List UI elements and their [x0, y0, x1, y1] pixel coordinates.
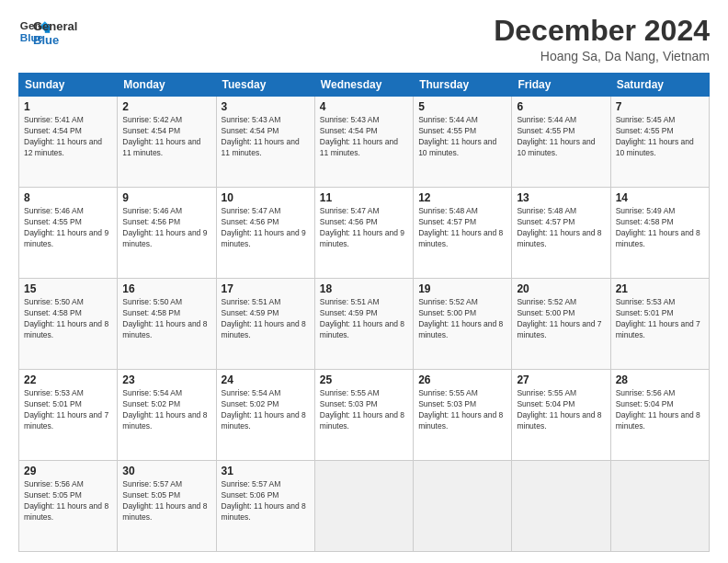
day-info: Sunrise: 5:55 AMSunset: 5:03 PMDaylight:…	[418, 388, 503, 431]
day-info: Sunrise: 5:57 AMSunset: 5:05 PMDaylight:…	[122, 479, 207, 522]
table-row	[314, 461, 413, 552]
day-number: 22	[24, 373, 112, 386]
day-number: 3	[222, 100, 310, 113]
day-info: Sunrise: 5:51 AMSunset: 4:59 PMDaylight:…	[222, 297, 306, 339]
day-number: 23	[122, 373, 210, 386]
table-row: 9Sunrise: 5:46 AMSunset: 4:56 PMDaylight…	[118, 188, 216, 279]
day-number: 28	[616, 373, 704, 386]
table-row: 26Sunrise: 5:55 AMSunset: 5:03 PMDayligh…	[414, 370, 512, 461]
table-row: 22Sunrise: 5:53 AMSunset: 5:01 PMDayligh…	[19, 370, 118, 461]
calendar-subtitle: Hoang Sa, Da Nang, Vietnam	[494, 49, 710, 63]
table-row: 7Sunrise: 5:45 AMSunset: 4:55 PMDaylight…	[610, 97, 709, 188]
day-info: Sunrise: 5:47 AMSunset: 4:56 PMDaylight:…	[320, 206, 404, 248]
table-row: 23Sunrise: 5:54 AMSunset: 5:02 PMDayligh…	[118, 370, 216, 461]
day-number: 30	[122, 465, 210, 477]
header-wednesday: Wednesday	[314, 74, 413, 97]
day-info: Sunrise: 5:56 AMSunset: 5:04 PMDaylight:…	[616, 388, 700, 431]
day-number: 27	[517, 373, 605, 386]
day-number: 19	[418, 282, 506, 295]
day-info: Sunrise: 5:48 AMSunset: 4:57 PMDaylight:…	[517, 206, 601, 248]
day-info: Sunrise: 5:44 AMSunset: 4:55 PMDaylight:…	[517, 115, 595, 157]
day-info: Sunrise: 5:46 AMSunset: 4:56 PMDaylight:…	[122, 206, 207, 248]
table-row: 5Sunrise: 5:44 AMSunset: 4:55 PMDaylight…	[414, 97, 512, 188]
table-row: 15Sunrise: 5:50 AMSunset: 4:58 PMDayligh…	[19, 279, 118, 370]
table-row: 14Sunrise: 5:49 AMSunset: 4:58 PMDayligh…	[610, 188, 709, 279]
day-number: 18	[320, 282, 408, 295]
day-header-row: Sunday Monday Tuesday Wednesday Thursday…	[19, 74, 710, 97]
header-tuesday: Tuesday	[216, 74, 314, 97]
calendar-table: Sunday Monday Tuesday Wednesday Thursday…	[18, 73, 710, 552]
logo-line1: General	[33, 19, 77, 33]
day-info: Sunrise: 5:53 AMSunset: 5:01 PMDaylight:…	[24, 388, 108, 431]
day-number: 11	[320, 191, 408, 204]
day-number: 1	[24, 100, 112, 113]
day-number: 29	[24, 465, 112, 477]
day-info: Sunrise: 5:53 AMSunset: 5:01 PMDaylight:…	[616, 297, 700, 339]
day-number: 12	[418, 191, 506, 204]
table-row: 29Sunrise: 5:56 AMSunset: 5:05 PMDayligh…	[19, 461, 118, 552]
day-info: Sunrise: 5:56 AMSunset: 5:05 PMDaylight:…	[24, 479, 108, 522]
day-info: Sunrise: 5:55 AMSunset: 5:04 PMDaylight:…	[517, 388, 601, 431]
day-number: 13	[517, 191, 605, 204]
day-number: 25	[320, 373, 408, 386]
day-number: 6	[517, 100, 605, 113]
table-row: 2Sunrise: 5:42 AMSunset: 4:54 PMDaylight…	[118, 97, 216, 188]
table-row: 8Sunrise: 5:46 AMSunset: 4:55 PMDaylight…	[19, 188, 118, 279]
logo-line2: Blue	[33, 33, 77, 47]
table-row: 19Sunrise: 5:52 AMSunset: 5:00 PMDayligh…	[414, 279, 512, 370]
day-info: Sunrise: 5:42 AMSunset: 4:54 PMDaylight:…	[122, 115, 200, 157]
day-number: 10	[222, 191, 310, 204]
day-info: Sunrise: 5:41 AMSunset: 4:54 PMDaylight:…	[24, 115, 102, 157]
day-info: Sunrise: 5:57 AMSunset: 5:06 PMDaylight:…	[222, 479, 306, 522]
day-info: Sunrise: 5:44 AMSunset: 4:55 PMDaylight:…	[418, 115, 496, 157]
table-row: 21Sunrise: 5:53 AMSunset: 5:01 PMDayligh…	[610, 279, 709, 370]
day-number: 31	[222, 465, 310, 477]
day-info: Sunrise: 5:55 AMSunset: 5:03 PMDaylight:…	[320, 388, 404, 431]
calendar-title: December 2024	[494, 15, 710, 47]
day-number: 24	[222, 373, 310, 386]
day-info: Sunrise: 5:50 AMSunset: 4:58 PMDaylight:…	[122, 297, 207, 339]
table-row	[512, 461, 610, 552]
day-number: 8	[24, 191, 112, 204]
day-number: 14	[616, 191, 704, 204]
day-number: 4	[320, 100, 408, 113]
table-row: 10Sunrise: 5:47 AMSunset: 4:56 PMDayligh…	[216, 188, 314, 279]
table-row: 30Sunrise: 5:57 AMSunset: 5:05 PMDayligh…	[118, 461, 216, 552]
table-row: 28Sunrise: 5:56 AMSunset: 5:04 PMDayligh…	[610, 370, 709, 461]
day-info: Sunrise: 5:46 AMSunset: 4:55 PMDaylight:…	[24, 206, 108, 248]
table-row: 11Sunrise: 5:47 AMSunset: 4:56 PMDayligh…	[314, 188, 413, 279]
header-sunday: Sunday	[19, 74, 118, 97]
day-number: 2	[122, 100, 210, 113]
table-row	[610, 461, 709, 552]
day-number: 26	[418, 373, 506, 386]
title-block: December 2024 Hoang Sa, Da Nang, Vietnam	[494, 15, 710, 63]
day-info: Sunrise: 5:47 AMSunset: 4:56 PMDaylight:…	[222, 206, 306, 248]
table-row: 13Sunrise: 5:48 AMSunset: 4:57 PMDayligh…	[512, 188, 610, 279]
table-row: 3Sunrise: 5:43 AMSunset: 4:54 PMDaylight…	[216, 97, 314, 188]
table-row: 6Sunrise: 5:44 AMSunset: 4:55 PMDaylight…	[512, 97, 610, 188]
table-row: 16Sunrise: 5:50 AMSunset: 4:58 PMDayligh…	[118, 279, 216, 370]
day-info: Sunrise: 5:52 AMSunset: 5:00 PMDaylight:…	[418, 297, 503, 339]
day-number: 9	[122, 191, 210, 204]
calendar-page: General Blue General Blue December 2024 …	[0, 0, 728, 563]
day-number: 20	[517, 282, 605, 295]
table-row: 12Sunrise: 5:48 AMSunset: 4:57 PMDayligh…	[414, 188, 512, 279]
day-info: Sunrise: 5:54 AMSunset: 5:02 PMDaylight:…	[122, 388, 207, 431]
header-saturday: Saturday	[610, 74, 709, 97]
day-info: Sunrise: 5:54 AMSunset: 5:02 PMDaylight:…	[222, 388, 306, 431]
day-info: Sunrise: 5:49 AMSunset: 4:58 PMDaylight:…	[616, 206, 700, 248]
day-info: Sunrise: 5:45 AMSunset: 4:55 PMDaylight:…	[616, 115, 694, 157]
table-row: 17Sunrise: 5:51 AMSunset: 4:59 PMDayligh…	[216, 279, 314, 370]
table-row: 24Sunrise: 5:54 AMSunset: 5:02 PMDayligh…	[216, 370, 314, 461]
day-number: 16	[122, 282, 210, 295]
table-row: 25Sunrise: 5:55 AMSunset: 5:03 PMDayligh…	[314, 370, 413, 461]
table-row: 18Sunrise: 5:51 AMSunset: 4:59 PMDayligh…	[314, 279, 413, 370]
day-number: 5	[418, 100, 506, 113]
day-number: 15	[24, 282, 112, 295]
header-monday: Monday	[118, 74, 216, 97]
day-info: Sunrise: 5:43 AMSunset: 4:54 PMDaylight:…	[320, 115, 398, 157]
day-info: Sunrise: 5:52 AMSunset: 5:00 PMDaylight:…	[517, 297, 601, 339]
logo: General Blue General Blue	[18, 15, 77, 48]
table-row: 4Sunrise: 5:43 AMSunset: 4:54 PMDaylight…	[314, 97, 413, 188]
day-info: Sunrise: 5:43 AMSunset: 4:54 PMDaylight:…	[222, 115, 300, 157]
